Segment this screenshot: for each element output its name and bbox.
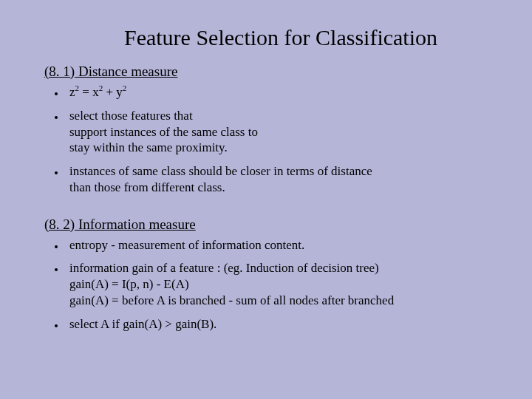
list-item: z2 = x2 + y2 xyxy=(65,84,488,100)
slide: Feature Selection for Classification (8.… xyxy=(0,0,532,399)
formula-y-base: y xyxy=(116,85,123,99)
bullet-list-information: entropy - measurement of information con… xyxy=(44,237,488,332)
list-item: information gain of a feature : (eg. Ind… xyxy=(65,260,488,308)
list-item: instances of same class should be closer… xyxy=(65,163,488,196)
slide-title: Feature Selection for Classification xyxy=(44,25,488,50)
formula-x-base: x xyxy=(92,85,99,99)
formula-y-sup: 2 xyxy=(123,83,127,92)
formula-eq: = xyxy=(79,85,92,99)
list-item: entropy - measurement of information con… xyxy=(65,237,488,253)
list-item: select those features thatsupport instan… xyxy=(65,108,488,156)
formula-plus: + xyxy=(103,85,116,99)
list-item: select A if gain(A) > gain(B). xyxy=(65,316,488,332)
section-heading-distance: (8. 1) Distance measure xyxy=(44,64,488,80)
section-heading-information: (8. 2) Information measure xyxy=(44,216,488,233)
formula-z-base: z xyxy=(69,85,75,99)
bullet-list-distance: z2 = x2 + y2 select those features thats… xyxy=(44,84,488,196)
